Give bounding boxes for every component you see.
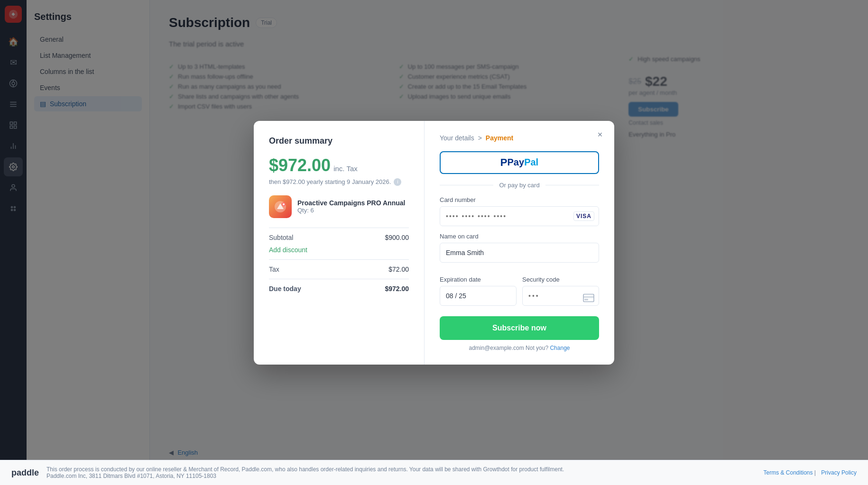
subtotal-label: Subtotal [269,234,293,241]
subtotal-row: Subtotal $900.00 [269,234,409,241]
due-label: Due today [269,285,301,293]
security-section: Security code [522,276,599,312]
order-modal: Order summary $972.00 inc. Tax then $972… [254,121,614,365]
terms-link[interactable]: Terms & Conditions [763,469,813,476]
svg-point-25 [283,203,285,205]
tax-label: Tax [269,265,279,273]
footer-text: This order process is conducted by our o… [46,466,564,479]
expiry-label: Expiration date [440,276,517,283]
breadcrumb-arrow: > [478,134,482,142]
paypal-logo-p: P [500,156,508,169]
or-divider: Or pay by card [440,182,599,189]
privacy-link[interactable]: Privacy Policy [821,469,857,476]
tax-row: Tax $72.00 [269,265,409,273]
breadcrumb-payment: Payment [486,134,513,142]
security-label: Security code [522,276,599,283]
change-account-link[interactable]: Change [550,345,570,351]
subscribe-now-button[interactable]: Subscribe now [440,316,599,340]
breadcrumb-your-details: Your details [440,134,474,142]
product-qty: Qty: 6 [297,207,405,214]
price-renewal: then $972.00 yearly starting 9 January 2… [269,178,409,186]
svg-rect-28 [584,299,588,300]
account-notice: admin@example.com Not you? Change [440,345,599,351]
paddle-logo: paddle [11,468,39,478]
order-price: $972.00 [269,156,331,175]
modal-right-panel: × Your details > Payment P Pay Pal Or pa… [425,121,614,365]
visa-badge: VISA [573,211,594,221]
footer-right: Terms & Conditions | Privacy Policy [759,469,857,476]
paypal-logo-text: Pay [508,157,525,168]
add-discount-link[interactable]: Add discount [269,246,307,254]
product-row: Proactive Campaigns PRO Annual Qty: 6 [269,195,409,218]
svg-rect-27 [583,296,594,298]
breadcrumb: Your details > Payment [440,134,599,142]
product-icon [269,195,292,218]
card-number-label: Card number [440,196,599,203]
due-value: $972.00 [385,285,409,293]
divider-1 [269,228,409,228]
modal-left-panel: Order summary $972.00 inc. Tax then $972… [254,121,425,365]
divider-2 [269,259,409,260]
cvv-icon [583,293,594,304]
name-on-card-label: Name on card [440,233,599,240]
expiry-input[interactable] [440,286,517,306]
page-footer: paddle This order process is conducted b… [0,460,868,485]
subtotal-value: $900.00 [385,234,409,241]
due-today-row: Due today $972.00 [269,285,409,293]
expiry-section: Expiration date [440,276,517,312]
security-input-wrapper [522,286,599,312]
card-number-wrapper: VISA [440,206,599,226]
order-summary-title: Order summary [269,136,409,146]
name-on-card-input[interactable] [440,243,599,263]
paypal-button[interactable]: P Pay Pal [440,151,599,174]
price-tax: inc. Tax [333,165,358,173]
modal-close-button[interactable]: × [593,128,607,142]
discount-row: Add discount [269,246,409,254]
product-info: Proactive Campaigns PRO Annual Qty: 6 [297,199,405,214]
divider-3 [269,279,409,279]
tax-value: $72.00 [388,265,409,273]
info-icon[interactable]: i [394,178,401,186]
product-name: Proactive Campaigns PRO Annual [297,199,405,207]
modal-overlay: Order summary $972.00 inc. Tax then $972… [0,0,868,485]
paypal-logo-pal: Pal [524,157,538,168]
footer-left: paddle This order process is conducted b… [11,466,564,479]
card-details-row: Expiration date Security code [440,276,599,312]
